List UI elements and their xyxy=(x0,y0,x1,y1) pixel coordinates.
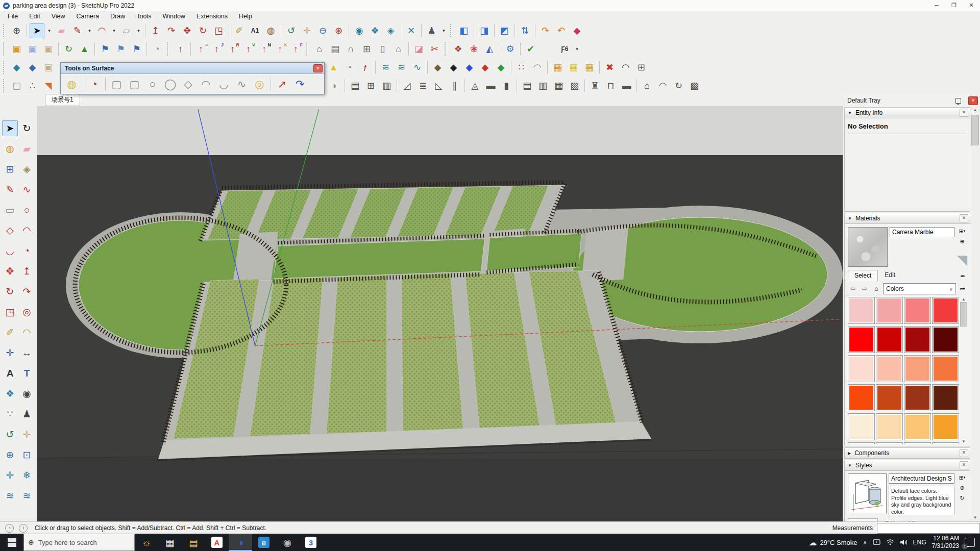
walk-tool-icon[interactable]: ∵ xyxy=(2,406,18,422)
freehand-surface-icon[interactable]: ◍ xyxy=(63,76,80,92)
project-arrow-icon[interactable]: ↷ xyxy=(291,76,308,92)
dome-tool-icon[interactable]: ◠ xyxy=(655,79,670,93)
position-camera-icon[interactable]: ◉ xyxy=(352,23,366,38)
arc-gauge-icon[interactable]: ◠ xyxy=(530,60,545,75)
color-swatch[interactable] xyxy=(848,442,875,444)
fx-tool-icon[interactable]: ƒ xyxy=(358,60,373,75)
line-tool-icon[interactable]: ✎ xyxy=(70,23,85,38)
section-plane-tool-icon[interactable]: ❖ xyxy=(2,386,18,402)
measurements-input[interactable] xyxy=(877,523,980,534)
freehand-tool-icon[interactable]: ∿ xyxy=(19,182,35,197)
box-red-icon[interactable]: ◆ xyxy=(478,60,493,75)
red-arrow-f-icon[interactable]: ↑F xyxy=(288,42,303,57)
drag-handle-icon[interactable] xyxy=(3,24,7,37)
arch-frame-icon[interactable]: ⊞ xyxy=(359,42,374,57)
red-arrow-x-icon[interactable]: ↑X xyxy=(273,42,287,57)
scroll-thumb[interactable] xyxy=(971,115,979,145)
secondary-pane-icon[interactable]: ⊞▾ xyxy=(958,473,967,482)
sample-paint-icon[interactable]: ◥ xyxy=(957,255,967,265)
drag-handle-icon[interactable] xyxy=(450,24,454,37)
arc-surface-icon[interactable]: ◠ xyxy=(198,76,214,92)
zoom-extents-icon[interactable]: ⊛ xyxy=(331,23,346,38)
color-swatch[interactable] xyxy=(904,413,931,440)
move-icon[interactable]: ✥ xyxy=(180,23,194,38)
pipe-1-icon[interactable]: ≋ xyxy=(378,60,393,75)
color-swatch[interactable] xyxy=(876,326,903,353)
scroll-up-icon[interactable]: ▲ xyxy=(962,297,966,302)
cube-tool-2-icon[interactable]: ▣ xyxy=(25,42,40,57)
rectangle-tool-icon[interactable]: ▭ xyxy=(2,202,18,218)
two-point-arc-tool-icon[interactable]: ◡ xyxy=(2,243,18,259)
flag-tool-1-icon[interactable]: ⚑ xyxy=(97,42,112,57)
red-arrow-eq-icon[interactable]: ↑= xyxy=(193,42,208,57)
style-monochrome-icon[interactable]: ◩ xyxy=(497,23,512,38)
menu-edit[interactable]: Edit xyxy=(23,13,46,20)
rect-on-surface-icon[interactable]: ▢ xyxy=(108,76,125,92)
move-tool-icon[interactable]: ✥ xyxy=(2,263,18,279)
rotate-tool-icon[interactable]: ↻ xyxy=(2,284,18,299)
protractor-tool-icon[interactable]: ◠ xyxy=(19,324,35,340)
drape-arrow-icon[interactable]: ↗ xyxy=(274,76,290,92)
stair-tool-icon[interactable]: ≣ xyxy=(415,79,430,93)
minimize-button[interactable]: ─ xyxy=(928,0,945,11)
box-black-icon[interactable]: ◆ xyxy=(446,60,461,75)
tray-expand-icon[interactable]: ∧ xyxy=(863,539,867,546)
rotate-icon[interactable]: ↻ xyxy=(195,23,210,38)
color-swatch[interactable] xyxy=(848,326,875,353)
fox-tool-icon[interactable]: ◥ xyxy=(41,79,56,93)
box-blue-icon[interactable]: ◆ xyxy=(462,60,477,75)
pipe-2-icon[interactable]: ≋ xyxy=(394,60,409,75)
three-d-text-tool-icon[interactable]: T xyxy=(19,365,35,381)
select-dropdown-icon[interactable]: ▾ xyxy=(45,23,53,38)
secondary-pane-icon[interactable]: ⊞▾ xyxy=(958,227,967,235)
north-tool-icon[interactable]: ❄ xyxy=(19,467,35,483)
color-swatch[interactable] xyxy=(932,326,959,353)
color-swatch[interactable] xyxy=(932,355,959,382)
styles-header[interactable]: ▼ Styles ✕ xyxy=(844,460,970,471)
color-swatch[interactable] xyxy=(848,413,875,440)
misc-knot-icon[interactable]: ❖ xyxy=(451,42,465,57)
drag-handle-icon[interactable] xyxy=(3,61,7,74)
color-swatch[interactable] xyxy=(876,413,903,440)
pie-tool-icon[interactable]: ◔ xyxy=(150,42,164,57)
arc-tool-icon[interactable]: ◠ xyxy=(94,23,109,38)
deck-tool-icon[interactable]: ▬ xyxy=(619,79,634,93)
plugin-curve-2-icon[interactable]: ↶ xyxy=(554,23,569,38)
plugin-curve-icon[interactable]: ↷ xyxy=(538,23,553,38)
grid-small-icon[interactable]: ⊞ xyxy=(634,60,649,75)
task-view-icon[interactable]: ▦ xyxy=(158,534,182,551)
misc-flower-icon[interactable]: ❀ xyxy=(467,42,481,57)
plugin-mark-icon[interactable]: ◆ xyxy=(570,23,584,38)
person-dropdown-icon[interactable]: ▾ xyxy=(440,23,448,38)
flag-tool-3-icon[interactable]: ⚑ xyxy=(129,42,144,57)
spiral-tool-icon[interactable]: ↻ xyxy=(671,79,686,93)
arc-dropdown-icon[interactable]: ▾ xyxy=(110,23,118,38)
freehand2-surface-icon[interactable]: ∿ xyxy=(233,76,250,92)
red-arrow-j-icon[interactable]: ↑J xyxy=(209,42,224,57)
tape-measure-tool-icon[interactable]: ✐ xyxy=(2,324,18,340)
paint-bucket-icon[interactable]: ◍ xyxy=(263,23,278,38)
materials-close-icon[interactable]: ✕ xyxy=(960,214,968,222)
model-viewport[interactable] xyxy=(37,106,843,521)
pin-icon[interactable] xyxy=(955,98,961,104)
tag-tool-icon[interactable]: ◈ xyxy=(19,161,35,177)
offset-surface-icon[interactable]: ◎ xyxy=(251,76,268,92)
scroll-down-icon[interactable]: ▼ xyxy=(962,439,966,444)
misc-prism-icon[interactable]: ◭ xyxy=(482,42,497,57)
color-swatch[interactable] xyxy=(848,384,875,411)
update-style-icon[interactable]: ↻ xyxy=(958,494,967,502)
back-icon[interactable]: ⇦ xyxy=(848,284,858,294)
entity-info-close-icon[interactable]: ✕ xyxy=(960,109,968,117)
toggle-arrows-icon[interactable]: ⇅ xyxy=(518,23,532,38)
drag-handle-icon[interactable] xyxy=(167,42,170,56)
zoom-tool-icon[interactable]: ⊕ xyxy=(2,447,18,463)
circle2-surface-icon[interactable]: ○ xyxy=(144,76,161,92)
color-swatch[interactable] xyxy=(904,384,931,411)
arch-door-icon[interactable]: ▯ xyxy=(375,42,390,57)
screen-recorder-icon[interactable]: ◉ xyxy=(276,534,299,551)
color-swatch[interactable] xyxy=(904,442,931,444)
lasso-select-icon[interactable]: ↻ xyxy=(19,120,35,136)
green-coil-icon[interactable]: ↻ xyxy=(61,42,76,57)
person-scale-icon[interactable]: ♟ xyxy=(424,23,439,38)
shell-tool-icon[interactable]: ◗ xyxy=(327,79,342,93)
